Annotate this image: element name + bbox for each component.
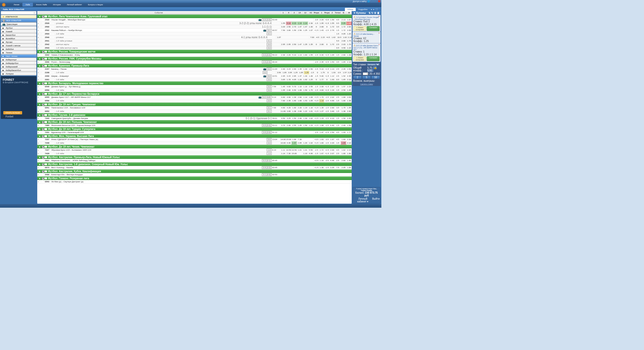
odd-cell[interactable]: 0 [324,78,330,81]
odd-cell[interactable]: -1.5 [313,85,319,89]
event-row[interactable]: ▸☆22011-й тайм0-03.651.784.051.201.921.2… [37,78,352,81]
odd-cell[interactable]: 2.03 [341,43,346,46]
odd-cell[interactable]: 1.50 [291,29,297,32]
event-row[interactable]: ▸☆3436Бэнкстаун Юн – Вестерн Кондорс3-1 … [37,173,352,177]
odd-cell[interactable]: 3.15 [286,74,291,78]
event-row[interactable]: ▸☆25431-й тайм желтые карты0-00.54.501.1… [37,46,352,50]
odd-cell[interactable]: 1.93 [341,131,346,134]
star-icon[interactable]: ☆ [40,138,42,141]
nav-бонусы и акции[interactable]: Бонусы и Акции [85,3,106,7]
odd-cell[interactable]: -1.5 [324,117,330,120]
odd-cell[interactable]: 6.40 [330,124,335,127]
odd-cell[interactable]: 1.30 [302,67,308,71]
odd-cell[interactable]: 7.30 [286,152,291,155]
star-icon[interactable]: ☆ [40,107,42,109]
expand-icon[interactable]: ▸ [37,160,40,162]
expand-icon[interactable]: ▸ [37,75,40,77]
odd-cell[interactable]: 4.90 [308,152,313,155]
odd-cell[interactable]: 1.16 [302,85,308,89]
odd-cell[interactable]: 2.40 [286,89,291,92]
col-header-odd[interactable]: М [346,11,352,14]
col-header-odd[interactable]: Фора [324,11,330,14]
odd-cell[interactable]: 1.50 [302,124,308,127]
odd-cell[interactable]: 3.25 [286,117,291,120]
pin-icon[interactable]: ☆ [34,69,35,71]
odd-cell[interactable]: 1.09 [330,53,335,57]
sidebar-sport[interactable]: ●Хоккей с мячом☆ [1,44,36,47]
odd-cell[interactable]: 1.07 [308,29,313,32]
expand-icon[interactable]: ▸ [37,117,40,119]
pin-icon[interactable]: ☆ [34,34,35,36]
odd-cell[interactable]: 1.01 [297,148,302,152]
league-header[interactable]: ▸⚽Футбол. Австралия. Кубок. Квалификация [37,169,352,173]
expand-icon[interactable]: ▸ [37,167,40,169]
odd-cell[interactable]: 1.35 [319,106,324,110]
pin-icon[interactable]: ☆ [34,27,35,29]
promo-banner[interactable]: FONBET В ВАШЕМ СМАРТФОНЕ 📱 Fonbet УЗНАТЬ… [1,76,36,119]
odd-cell[interactable]: 1.16 [330,89,335,92]
expand-icon[interactable]: ▸ [37,36,40,38]
odd-cell[interactable]: 1.92 [302,78,308,81]
sidebar-favorites[interactable]: ★ ИЗБРАННОЕ [1,15,36,18]
odd-cell[interactable]: 4.40 [286,141,291,145]
odd-cell[interactable]: 6.50 [291,89,297,92]
odd-cell[interactable]: 6.60 [280,96,286,99]
odd-cell[interactable]: +2.5 [324,60,330,64]
odd-cell[interactable]: 0.5 [336,71,342,74]
odd-cell[interactable]: 2.10 [346,78,352,81]
tab-details[interactable]: Подробно [356,8,370,11]
odd-cell[interactable]: -2.5 [313,60,319,64]
event-row[interactable]: ▸☆7231Бурсаспор U19 – Галатасарай U193-0… [37,131,352,134]
odd-cell[interactable]: 2.50 [286,25,291,29]
odd-cell[interactable]: 2.05 [341,166,346,169]
accept-button[interactable]: Согласен [367,26,380,31]
league-header[interactable]: ▸⚽Футбол. До 19 лет. Польша. Чемпионат [37,120,352,124]
col-header-odd[interactable]: 2 [330,11,335,14]
expand-icon[interactable]: ▸ [37,149,40,151]
remove-bet-icon[interactable]: ✕ [378,44,380,46]
odd-cell[interactable]: 3.65 [280,78,286,81]
odd-cell[interactable]: 2.80 [297,96,302,99]
odd-cell[interactable]: 1.67 [330,85,335,89]
odd-cell[interactable]: +1.5 [313,166,319,169]
odd-cell[interactable]: 3.5 [335,106,341,110]
accept-button[interactable]: Согласен [367,56,380,61]
odd-cell[interactable]: 4.60 [319,89,324,92]
odd-cell[interactable]: +1.5 [313,117,319,120]
odd-cell[interactable]: 2.50 [297,29,302,32]
odd-cell[interactable]: 2.05 [346,96,352,99]
col-header-odd[interactable]: X [286,11,291,14]
col-header-odd[interactable]: 2 [291,11,297,14]
odd-cell[interactable]: -2.5 [313,148,319,152]
odd-cell[interactable]: 2.40 [341,124,346,127]
odd-cell[interactable]: 1.70 [346,43,352,46]
sidebar-all-events[interactable]: ⚽ ВСЕ СОБЫТИЯ [1,19,36,22]
odd-cell[interactable]: +1.5 [324,74,330,78]
cabinet-button[interactable]: Личный кабинет ▾ [353,197,372,203]
next-icon[interactable]: ▸ [373,8,375,11]
odd-cell[interactable]: 3.40 [330,110,335,113]
event-row[interactable]: ▸☆65501-й тайм0-01.952.406.501.081.501.7… [37,89,352,92]
odd-cell[interactable]: 4.50 [341,46,346,50]
odd-cell[interactable]: -1.5 [324,99,330,103]
odd-cell[interactable]: 1.5 [335,89,341,92]
promo-button[interactable]: УЗНАТЬ БОЛЬШЕ [3,111,22,114]
star-icon[interactable]: ☆ [40,166,42,169]
odd-cell[interactable]: 3.15 [286,67,291,71]
trash-icon[interactable]: 🗑 [377,12,380,14]
expand-icon[interactable]: ▸ [37,33,40,35]
odd-cell[interactable]: 1.19 [302,106,308,110]
event-row[interactable]: ▸☆2532Кашива Рейсол – Чонбук Моторс📺0-14… [37,29,352,32]
odd-cell[interactable]: 1.14 [302,96,308,99]
odd-cell[interactable]: 3.70 [280,124,286,127]
odd-cell[interactable]: 1.60 [341,138,346,141]
star-icon[interactable]: ☆ [40,54,42,56]
odd-cell[interactable]: 1.02 [308,117,313,120]
odd-cell[interactable]: 2.20 [297,106,302,110]
pin-icon[interactable]: ☆ [34,48,35,50]
clear-icon[interactable]: ✕ [33,12,35,14]
pin-icon[interactable]: ☆ [34,62,35,64]
expand-icon[interactable]: ▸ [37,89,40,91]
expand-icon[interactable]: ▸ [37,153,40,155]
odd-cell[interactable]: 4.15 [291,22,297,25]
